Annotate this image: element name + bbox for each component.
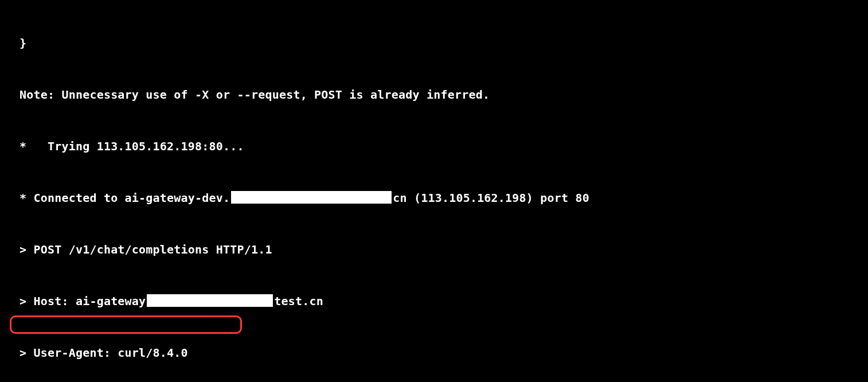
output-line: * Connected to ai-gateway-dev.cn (113.10… <box>19 189 859 206</box>
line-text: test.cn <box>274 293 323 310</box>
line-text: * Connected to ai-gateway-dev. <box>19 189 230 206</box>
line-text: cn (113.105.162.198) port 80 <box>393 189 589 206</box>
line-text: > User-Agent: curl/8.4.0 <box>19 344 188 361</box>
line-text: > Host: ai-gateway <box>19 293 146 310</box>
output-line: * Trying 113.105.162.198:80... <box>19 138 859 155</box>
line-text: > POST /v1/chat/completions HTTP/1.1 <box>19 241 272 258</box>
output-line: } <box>19 34 859 52</box>
output-line: > POST /v1/chat/completions HTTP/1.1 <box>19 241 859 258</box>
output-line: > Host: ai-gatewaytest.cn <box>19 293 859 310</box>
line-text: Note: Unnecessary use of -X or --request… <box>19 86 490 103</box>
output-line: Note: Unnecessary use of -X or --request… <box>19 86 859 103</box>
redacted-segment <box>231 191 392 204</box>
line-text: * Trying 113.105.162.198:80... <box>19 138 244 155</box>
output-line: > User-Agent: curl/8.4.0 <box>19 344 859 361</box>
terminal-output: } Note: Unnecessary use of -X or --reque… <box>0 0 868 382</box>
redacted-segment <box>147 294 273 307</box>
line-text: } <box>19 34 26 52</box>
